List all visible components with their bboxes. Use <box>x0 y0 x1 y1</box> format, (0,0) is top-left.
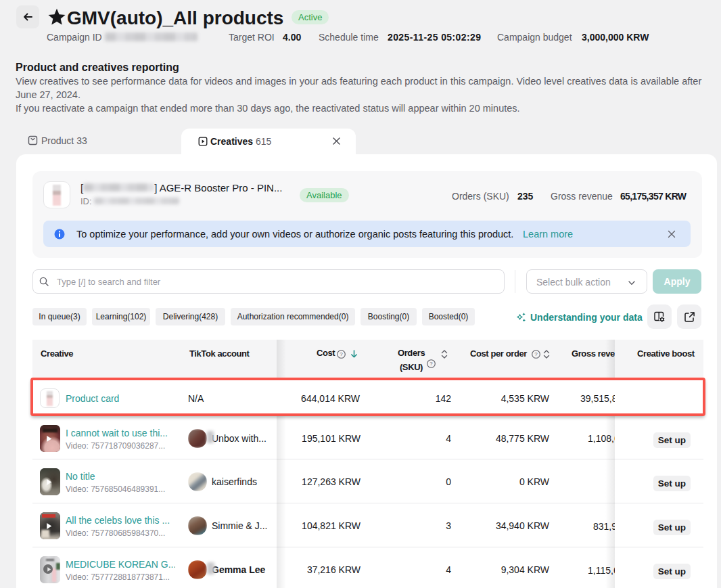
svg-text:?: ? <box>534 351 538 357</box>
svg-text:?: ? <box>340 351 343 357</box>
svg-text:?: ? <box>429 361 433 367</box>
